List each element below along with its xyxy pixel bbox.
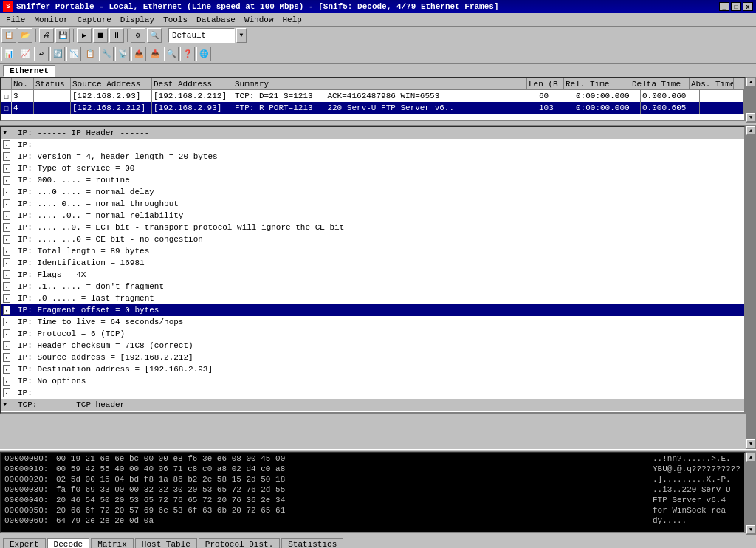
filter-dropdown[interactable]: Default bbox=[168, 28, 235, 43]
decode-line-12[interactable]: ▪IP: Flags = 4X bbox=[1, 269, 744, 281]
row3-dst: [192.168.2.212] bbox=[152, 90, 233, 102]
decode-line-22[interactable]: ▪IP: bbox=[1, 387, 744, 399]
settings-button[interactable]: ⚙ bbox=[131, 28, 145, 43]
decode-scroll-up[interactable]: ▲ bbox=[746, 126, 755, 135]
menu-item-tools[interactable]: Tools bbox=[159, 15, 192, 25]
tb2-btn7[interactable]: 🔧 bbox=[99, 47, 114, 61]
decode-line-13[interactable]: ▪IP: .1.. .... = don't fragment bbox=[1, 281, 744, 292]
tb2-btn5[interactable]: 📉 bbox=[66, 47, 81, 61]
decode-line-9[interactable]: ▪IP: .... ...0 = CE bit - no congestion bbox=[1, 233, 744, 245]
bottom-tab-expert[interactable]: Expert bbox=[3, 538, 46, 548]
tb2-btn10[interactable]: 📥 bbox=[148, 47, 162, 61]
menu-item-help[interactable]: Help bbox=[278, 15, 306, 25]
tb2-btn3[interactable]: ↩ bbox=[34, 47, 49, 61]
decode-line-0[interactable]: ▼IP: ------ IP Header ------ bbox=[1, 127, 744, 139]
decode-line-3[interactable]: ▪IP: Type of service = 00 bbox=[1, 162, 744, 174]
print-button[interactable]: 🖨 bbox=[39, 28, 54, 43]
decode-line-11[interactable]: ▪IP: Identification = 16981 bbox=[1, 257, 744, 269]
decode-scroll-down[interactable]: ▼ bbox=[746, 439, 755, 448]
maximize-button[interactable]: □ bbox=[731, 2, 741, 11]
decode-line-icon-3: ▪ bbox=[3, 164, 15, 173]
decode-line-text-22: IP: bbox=[18, 388, 32, 397]
packet-row-3[interactable]: ☐ 3 [192.168.2.93] [192.168.2.212] TCP: … bbox=[1, 90, 744, 102]
start-capture-button[interactable]: ▶ bbox=[77, 28, 92, 43]
decode-line-icon-9: ▪ bbox=[3, 235, 15, 244]
tb2-btn11[interactable]: 🔍 bbox=[164, 47, 179, 61]
minimize-button[interactable]: _ bbox=[719, 2, 729, 11]
filter-button[interactable]: 🔍 bbox=[147, 28, 162, 43]
decode-line-19[interactable]: ▪IP: Source address = [192.168.2.212] bbox=[1, 352, 744, 363]
tb2-btn1[interactable]: 📊 bbox=[1, 47, 16, 61]
scroll-track[interactable] bbox=[746, 86, 755, 113]
hex-scroll-up[interactable]: ▲ bbox=[746, 453, 755, 462]
menu-item-database[interactable]: Database bbox=[192, 15, 240, 25]
close-button[interactable]: X bbox=[743, 2, 753, 11]
row3-num: 3 bbox=[12, 90, 34, 102]
decode-line-icon-10: ▪ bbox=[3, 247, 15, 256]
open-button[interactable]: 📂 bbox=[18, 28, 32, 43]
decode-line-5[interactable]: ▪IP: ...0 .... = normal delay bbox=[1, 186, 744, 198]
tb2-btn6[interactable]: 📋 bbox=[83, 47, 97, 61]
decode-scrollbar[interactable]: ▲ ▼ bbox=[746, 126, 756, 449]
decode-line-6[interactable]: ▪IP: .... 0... = normal throughput bbox=[1, 198, 744, 210]
pause-button[interactable]: ⏸ bbox=[109, 28, 124, 43]
packet-list-scrollbar[interactable]: ▲ ▼ bbox=[746, 77, 756, 123]
filter-dropdown-arrow[interactable]: ▼ bbox=[236, 28, 247, 43]
tb2-btn12[interactable]: ❓ bbox=[180, 47, 195, 61]
tb2-btn2[interactable]: 📈 bbox=[18, 47, 32, 61]
row3-summary: TCP: D=21 S=1213 ACK=4162487986 WIN=6553 bbox=[233, 90, 537, 102]
decode-line-8[interactable]: ▪IP: .... ..0. = ECT bit - transport pro… bbox=[1, 222, 744, 233]
scroll-down-btn[interactable]: ▼ bbox=[746, 113, 755, 122]
bottom-tab-matrix[interactable]: Matrix bbox=[91, 538, 134, 548]
decode-line-1[interactable]: ▪IP: bbox=[1, 139, 744, 151]
save-button[interactable]: 💾 bbox=[55, 28, 70, 43]
tb2-btn4[interactable]: 🔄 bbox=[50, 47, 65, 61]
stop-capture-button[interactable]: ⏹ bbox=[93, 28, 108, 43]
decode-line-16[interactable]: ▪IP: Time to live = 64 seconds/hops bbox=[1, 316, 744, 328]
new-button[interactable]: 📋 bbox=[1, 28, 16, 43]
tb2-btn13[interactable]: 🌐 bbox=[196, 47, 211, 61]
decode-line-icon-16: ▪ bbox=[3, 318, 15, 326]
scroll-up-btn[interactable]: ▲ bbox=[746, 78, 755, 86]
decode-line-21[interactable]: ▪IP: No options bbox=[1, 375, 744, 387]
bottom-tab-decode[interactable]: Decode bbox=[47, 538, 90, 548]
decode-line-4[interactable]: ▪IP: 000. .... = routine bbox=[1, 174, 744, 186]
menu-item-capture[interactable]: Capture bbox=[73, 15, 116, 25]
decode-line-18[interactable]: ▪IP: Header checksum = 71C8 (correct) bbox=[1, 340, 744, 352]
decode-line-20[interactable]: ▪IP: Destination address = [192.168.2.93… bbox=[1, 363, 744, 375]
decode-line-14[interactable]: ▪IP: .0 ..... = last fragment bbox=[1, 292, 744, 304]
app-icon: S bbox=[3, 1, 13, 12]
decode-line-23[interactable]: ▼TCP: ------ TCP header ------ bbox=[1, 399, 744, 411]
packet-row-4[interactable]: ☐ 4 [192.168.2.212] [192.168.2.93] FTP: … bbox=[1, 102, 744, 114]
menu-item-window[interactable]: Window bbox=[240, 15, 278, 25]
hex-scroll-down[interactable]: ▼ bbox=[746, 525, 755, 534]
decode-line-text-15: IP: Fragment offset = 0 bytes bbox=[18, 306, 159, 315]
decode-scroll-track[interactable] bbox=[746, 135, 755, 439]
menu-bar: FileMonitorCaptureDisplayToolsDatabaseWi… bbox=[0, 13, 756, 27]
decode-line-15[interactable]: ▪IP: Fragment offset = 0 bytes bbox=[1, 304, 744, 316]
tb2-btn9[interactable]: 📤 bbox=[131, 47, 146, 61]
row4-check[interactable]: ☐ bbox=[1, 102, 12, 114]
decode-line-7[interactable]: ▪IP: .... .0.. = normal reliability bbox=[1, 210, 744, 222]
decode-line-2[interactable]: ▪IP: Version = 4, header length = 20 byt… bbox=[1, 151, 744, 162]
tb2-btn8[interactable]: 📡 bbox=[115, 47, 130, 61]
decode-line-17[interactable]: ▪IP: Protocol = 6 (TCP) bbox=[1, 328, 744, 340]
row3-check[interactable]: ☐ bbox=[1, 90, 12, 102]
decode-line-10[interactable]: ▪IP: Total length = 89 bytes bbox=[1, 245, 744, 257]
tab-ethernet[interactable]: Ethernet bbox=[3, 65, 55, 77]
col-header-dst: Dest Address bbox=[152, 78, 233, 89]
hex-scroll-track[interactable] bbox=[746, 462, 755, 525]
decode-line-text-23: TCP: ------ TCP header ------ bbox=[18, 400, 159, 409]
hex-offset-5: 00000050: bbox=[4, 506, 56, 515]
bottom-tab-protocol-dist.[interactable]: Protocol Dist. bbox=[199, 538, 280, 548]
decode-pane: ▼IP: ------ IP Header ------▪IP:▪IP: Ver… bbox=[0, 126, 746, 414]
bottom-tab-statistics[interactable]: Statistics bbox=[281, 538, 343, 548]
menu-item-display[interactable]: Display bbox=[116, 15, 159, 25]
bottom-tab-host-table[interactable]: Host Table bbox=[135, 538, 197, 548]
decode-line-icon-12: ▪ bbox=[3, 270, 15, 279]
toolbar-2: 📊 📈 ↩ 🔄 📉 📋 🔧 📡 📤 📥 🔍 ❓ 🌐 bbox=[0, 44, 756, 64]
decode-line-text-4: IP: 000. .... = routine bbox=[18, 176, 130, 185]
menu-item-monitor[interactable]: Monitor bbox=[30, 15, 72, 25]
hex-scrollbar[interactable]: ▲ ▼ bbox=[746, 452, 756, 535]
menu-item-file[interactable]: File bbox=[1, 15, 30, 25]
